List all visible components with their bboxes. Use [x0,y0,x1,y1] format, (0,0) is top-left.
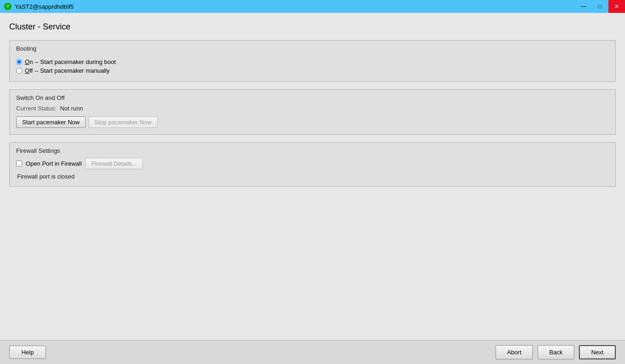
close-button[interactable]: ✕ [608,0,625,13]
booting-radio-group: On -- Start pacemaker during boot Off --… [16,56,609,75]
app-icon: Y [4,2,12,11]
booting-label: Booting [16,45,609,52]
radio-on-text: On -- Start pacemaker during boot [25,58,116,65]
help-button[interactable]: Help [9,346,46,359]
radio-off-label[interactable]: Off -- Start pacemaker manually [16,67,609,74]
start-pacemaker-button[interactable]: Start pacemaker Now [16,116,86,128]
footer-right: Abort Back Next [496,345,616,359]
page-title: Cluster - Service [9,22,616,32]
main-content: Cluster - Service Booting On -- Start pa… [0,13,625,364]
titlebar: Y YaST2@sapprdhdb95 — □ ✕ [0,0,625,13]
firewall-section: Firewall Settings Open Port in Firewall … [9,142,616,187]
radio-on-label[interactable]: On -- Start pacemaker during boot [16,58,609,65]
firewall-checkbox-row: Open Port in Firewall Firewall Details..… [16,158,609,169]
firewall-label: Firewall Settings [16,147,609,154]
titlebar-title: YaST2@sapprdhdb95 [15,3,74,10]
booting-section: Booting On -- Start pacemaker during boo… [9,40,616,82]
switch-label: Switch On and Off [16,94,609,101]
stop-pacemaker-button[interactable]: Stop pacemaker Now [88,116,158,128]
abort-button[interactable]: Abort [496,345,533,359]
switch-section: Switch On and Off Current Status: Not ru… [9,89,616,135]
next-button[interactable]: Next [579,345,616,359]
back-button[interactable]: Back [537,345,574,359]
radio-off-text: Off -- Start pacemaker manually [25,67,110,74]
open-port-checkbox[interactable] [16,161,22,167]
status-prefix: Current Status: [16,105,56,112]
minimize-button[interactable]: — [575,0,592,13]
status-row: Current Status: Not runn [16,105,609,112]
maximize-button[interactable]: □ [592,0,608,13]
radio-on-input[interactable] [16,59,22,65]
titlebar-left: Y YaST2@sapprdhdb95 [4,2,111,11]
firewall-port-status: Firewall port is closed [16,173,609,180]
open-port-label[interactable]: Open Port in Firewall [26,160,82,167]
footer: Help Abort Back Next [0,340,625,364]
footer-left: Help [9,346,46,359]
radio-off-input[interactable] [16,68,22,74]
titlebar-controls[interactable]: — □ ✕ [575,0,625,13]
firewall-details-button[interactable]: Firewall Details... [85,158,143,169]
svg-text:Y: Y [6,4,10,9]
status-value: Not runn [60,105,83,112]
pacemaker-button-row: Start pacemaker Now Stop pacemaker Now [16,116,609,128]
